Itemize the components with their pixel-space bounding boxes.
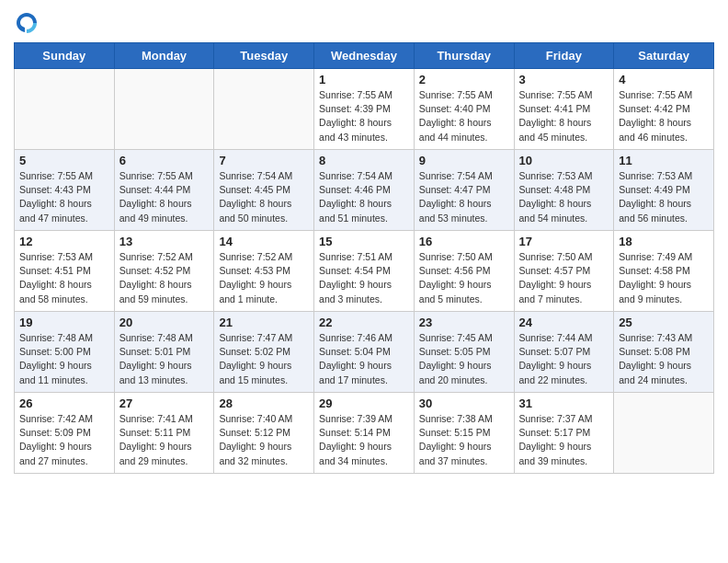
calendar-cell: 31Sunrise: 7:37 AM Sunset: 5:17 PM Dayli…	[514, 393, 614, 474]
calendar-cell	[614, 393, 714, 474]
date-number: 14	[219, 235, 309, 248]
cell-info: Sunrise: 7:41 AM Sunset: 5:11 PM Dayligh…	[119, 412, 210, 468]
calendar-cell: 7Sunrise: 7:54 AM Sunset: 4:45 PM Daylig…	[214, 150, 314, 231]
calendar-cell: 26Sunrise: 7:42 AM Sunset: 5:09 PM Dayli…	[15, 393, 115, 474]
cell-info: Sunrise: 7:49 AM Sunset: 4:58 PM Dayligh…	[619, 250, 709, 306]
cell-info: Sunrise: 7:46 AM Sunset: 5:04 PM Dayligh…	[319, 331, 409, 387]
cell-info: Sunrise: 7:40 AM Sunset: 5:12 PM Dayligh…	[219, 412, 309, 468]
calendar-cell: 11Sunrise: 7:53 AM Sunset: 4:49 PM Dayli…	[614, 150, 714, 231]
date-number: 8	[319, 154, 409, 167]
date-number: 30	[419, 396, 509, 410]
date-number: 21	[219, 316, 309, 329]
weekday-header-saturday: Saturday	[614, 43, 714, 69]
date-number: 6	[119, 154, 210, 167]
calendar-cell: 6Sunrise: 7:55 AM Sunset: 4:44 PM Daylig…	[114, 150, 214, 231]
date-number: 17	[519, 235, 609, 248]
cell-info: Sunrise: 7:43 AM Sunset: 5:08 PM Dayligh…	[619, 331, 709, 387]
date-number: 18	[619, 235, 709, 248]
date-number: 13	[119, 235, 210, 248]
logo-icon	[14, 9, 40, 35]
cell-info: Sunrise: 7:38 AM Sunset: 5:15 PM Dayligh…	[419, 412, 509, 468]
calendar-cell: 4Sunrise: 7:55 AM Sunset: 4:42 PM Daylig…	[614, 69, 714, 150]
calendar-cell: 29Sunrise: 7:39 AM Sunset: 5:14 PM Dayli…	[314, 393, 415, 474]
calendar-cell: 14Sunrise: 7:52 AM Sunset: 4:53 PM Dayli…	[214, 231, 314, 312]
calendar-cell: 21Sunrise: 7:47 AM Sunset: 5:02 PM Dayli…	[214, 312, 314, 393]
cell-info: Sunrise: 7:42 AM Sunset: 5:09 PM Dayligh…	[19, 412, 109, 468]
calendar-week-row: 1Sunrise: 7:55 AM Sunset: 4:39 PM Daylig…	[15, 69, 714, 150]
calendar-cell: 8Sunrise: 7:54 AM Sunset: 4:46 PM Daylig…	[314, 150, 415, 231]
date-number: 3	[519, 73, 609, 86]
calendar-cell: 10Sunrise: 7:53 AM Sunset: 4:48 PM Dayli…	[514, 150, 614, 231]
calendar-cell: 23Sunrise: 7:45 AM Sunset: 5:05 PM Dayli…	[414, 312, 514, 393]
date-number: 23	[419, 316, 509, 329]
date-number: 10	[519, 154, 609, 167]
logo	[14, 9, 43, 35]
cell-info: Sunrise: 7:37 AM Sunset: 5:17 PM Dayligh…	[519, 412, 609, 468]
calendar-cell: 17Sunrise: 7:50 AM Sunset: 4:57 PM Dayli…	[514, 231, 614, 312]
cell-info: Sunrise: 7:54 AM Sunset: 4:47 PM Dayligh…	[419, 169, 509, 225]
calendar-week-row: 26Sunrise: 7:42 AM Sunset: 5:09 PM Dayli…	[15, 393, 714, 474]
calendar-cell: 20Sunrise: 7:48 AM Sunset: 5:01 PM Dayli…	[114, 312, 214, 393]
cell-info: Sunrise: 7:53 AM Sunset: 4:49 PM Dayligh…	[619, 169, 709, 225]
date-number: 26	[19, 396, 109, 410]
calendar-cell: 18Sunrise: 7:49 AM Sunset: 4:58 PM Dayli…	[614, 231, 714, 312]
calendar-week-row: 19Sunrise: 7:48 AM Sunset: 5:00 PM Dayli…	[15, 312, 714, 393]
calendar-cell: 24Sunrise: 7:44 AM Sunset: 5:07 PM Dayli…	[514, 312, 614, 393]
weekday-header-row: SundayMondayTuesdayWednesdayThursdayFrid…	[15, 43, 714, 69]
cell-info: Sunrise: 7:39 AM Sunset: 5:14 PM Dayligh…	[319, 412, 409, 468]
calendar-week-row: 5Sunrise: 7:55 AM Sunset: 4:43 PM Daylig…	[15, 150, 714, 231]
date-number: 22	[319, 316, 409, 329]
date-number: 19	[19, 316, 109, 329]
date-number: 1	[319, 73, 409, 86]
weekday-header-friday: Friday	[514, 43, 614, 69]
weekday-header-monday: Monday	[114, 43, 214, 69]
cell-info: Sunrise: 7:55 AM Sunset: 4:43 PM Dayligh…	[19, 169, 109, 225]
cell-info: Sunrise: 7:53 AM Sunset: 4:48 PM Dayligh…	[519, 169, 609, 225]
cell-info: Sunrise: 7:53 AM Sunset: 4:51 PM Dayligh…	[19, 250, 109, 306]
calendar-cell	[114, 69, 214, 150]
cell-info: Sunrise: 7:45 AM Sunset: 5:05 PM Dayligh…	[419, 331, 509, 387]
calendar-cell	[15, 69, 115, 150]
date-number: 25	[619, 316, 709, 329]
calendar-cell: 9Sunrise: 7:54 AM Sunset: 4:47 PM Daylig…	[414, 150, 514, 231]
calendar-cell: 13Sunrise: 7:52 AM Sunset: 4:52 PM Dayli…	[114, 231, 214, 312]
cell-info: Sunrise: 7:55 AM Sunset: 4:44 PM Dayligh…	[119, 169, 210, 225]
date-number: 31	[519, 396, 609, 410]
cell-info: Sunrise: 7:54 AM Sunset: 4:46 PM Dayligh…	[319, 169, 409, 225]
cell-info: Sunrise: 7:47 AM Sunset: 5:02 PM Dayligh…	[219, 331, 309, 387]
cell-info: Sunrise: 7:48 AM Sunset: 5:00 PM Dayligh…	[19, 331, 109, 387]
date-number: 9	[419, 154, 509, 167]
cell-info: Sunrise: 7:55 AM Sunset: 4:41 PM Dayligh…	[519, 88, 609, 144]
date-number: 16	[419, 235, 509, 248]
weekday-header-thursday: Thursday	[414, 43, 514, 69]
date-number: 24	[519, 316, 609, 329]
cell-info: Sunrise: 7:55 AM Sunset: 4:42 PM Dayligh…	[619, 88, 709, 144]
calendar-week-row: 12Sunrise: 7:53 AM Sunset: 4:51 PM Dayli…	[15, 231, 714, 312]
calendar-cell: 12Sunrise: 7:53 AM Sunset: 4:51 PM Dayli…	[15, 231, 115, 312]
calendar-cell: 19Sunrise: 7:48 AM Sunset: 5:00 PM Dayli…	[15, 312, 115, 393]
weekday-header-wednesday: Wednesday	[314, 43, 415, 69]
cell-info: Sunrise: 7:50 AM Sunset: 4:56 PM Dayligh…	[419, 250, 509, 306]
date-number: 11	[619, 154, 709, 167]
header	[14, 9, 714, 35]
calendar-cell: 22Sunrise: 7:46 AM Sunset: 5:04 PM Dayli…	[314, 312, 415, 393]
date-number: 20	[119, 316, 210, 329]
calendar-cell: 30Sunrise: 7:38 AM Sunset: 5:15 PM Dayli…	[414, 393, 514, 474]
weekday-header-tuesday: Tuesday	[214, 43, 314, 69]
cell-info: Sunrise: 7:50 AM Sunset: 4:57 PM Dayligh…	[519, 250, 609, 306]
cell-info: Sunrise: 7:48 AM Sunset: 5:01 PM Dayligh…	[119, 331, 210, 387]
date-number: 7	[219, 154, 309, 167]
calendar-cell: 27Sunrise: 7:41 AM Sunset: 5:11 PM Dayli…	[114, 393, 214, 474]
cell-info: Sunrise: 7:44 AM Sunset: 5:07 PM Dayligh…	[519, 331, 609, 387]
calendar-cell: 1Sunrise: 7:55 AM Sunset: 4:39 PM Daylig…	[314, 69, 415, 150]
cell-info: Sunrise: 7:55 AM Sunset: 4:39 PM Dayligh…	[319, 88, 409, 144]
date-number: 4	[619, 73, 709, 86]
calendar-cell: 3Sunrise: 7:55 AM Sunset: 4:41 PM Daylig…	[514, 69, 614, 150]
page-container: SundayMondayTuesdayWednesdayThursdayFrid…	[0, 0, 728, 488]
cell-info: Sunrise: 7:55 AM Sunset: 4:40 PM Dayligh…	[419, 88, 509, 144]
calendar-cell	[214, 69, 314, 150]
weekday-header-sunday: Sunday	[15, 43, 115, 69]
calendar-cell: 5Sunrise: 7:55 AM Sunset: 4:43 PM Daylig…	[15, 150, 115, 231]
calendar-cell: 28Sunrise: 7:40 AM Sunset: 5:12 PM Dayli…	[214, 393, 314, 474]
date-number: 12	[19, 235, 109, 248]
